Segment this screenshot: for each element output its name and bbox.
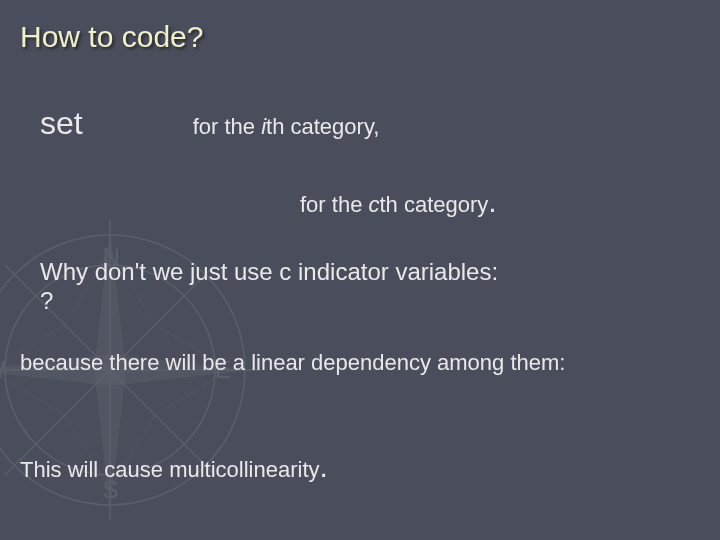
ith-suffix: th category, (266, 114, 379, 139)
slide: How to code? set for the ith category, f… (0, 0, 720, 540)
set-label: set (40, 105, 83, 142)
multicollinearity-text: This will cause multicollinearity. (20, 450, 328, 484)
why-question: Why don't we just use c indicator variab… (40, 258, 660, 316)
multi-text: This will cause multicollinearity (20, 457, 320, 482)
cth-suffix: th category (379, 192, 488, 217)
why-line2: ? (40, 287, 660, 316)
set-row: set for the ith category, (40, 105, 379, 142)
why-line1: Why don't we just use c indicator variab… (40, 258, 660, 287)
cth-var: c (368, 192, 379, 217)
cth-period: . (488, 185, 496, 218)
ith-category-text: for the ith category, (193, 114, 380, 140)
multi-period: . (320, 450, 328, 483)
cth-category-text: for the cth category. (300, 185, 497, 219)
ith-prefix: for the (193, 114, 261, 139)
slide-title: How to code? (0, 0, 720, 54)
cth-prefix: for the (300, 192, 368, 217)
because-text: because there will be a linear dependenc… (20, 350, 565, 376)
